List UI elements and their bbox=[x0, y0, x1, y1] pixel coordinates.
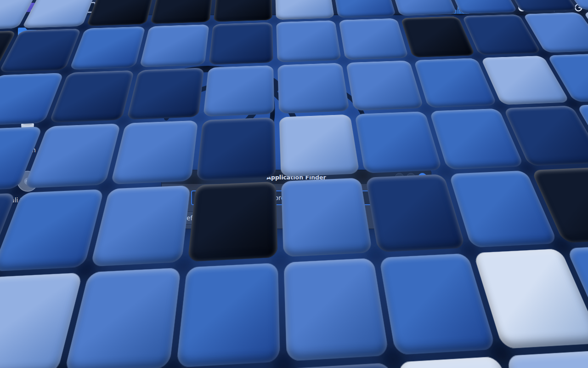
search-icon bbox=[170, 190, 185, 206]
desktop-icon-label: Floppy Disk bbox=[10, 245, 45, 252]
notifications-icon bbox=[504, 3, 512, 12]
launcher-app-window[interactable] bbox=[23, 0, 37, 14]
notifications-tray-button[interactable] bbox=[501, 0, 515, 14]
application-finder-window: Application Finder chromium --password-s… bbox=[162, 170, 431, 229]
desktop-icon-file-system[interactable]: File System bbox=[5, 74, 51, 106]
minimize-button[interactable] bbox=[395, 173, 404, 182]
panel-separator bbox=[172, 3, 172, 12]
workspace-2[interactable]: 2 bbox=[123, 0, 138, 15]
disc-icon bbox=[17, 170, 39, 192]
desktop-icon-label: Home bbox=[18, 50, 37, 57]
top-panel: $_ 1 2 3 4 bbox=[0, 0, 588, 15]
workspace-4[interactable]: 4 bbox=[153, 0, 169, 15]
trash-icon bbox=[17, 121, 38, 142]
history-dropdown-icon[interactable]: ↓ bbox=[415, 193, 421, 201]
clock[interactable]: 6:24 bbox=[531, 3, 547, 12]
desktop-icon-label: Kali Linux a... bbox=[7, 196, 49, 204]
workspace-4-label: 4 bbox=[159, 3, 164, 12]
desktop-icon-floppy-disk[interactable]: Floppy Disk bbox=[5, 219, 51, 252]
launcher-dropdown-button[interactable] bbox=[96, 6, 101, 9]
filesystem-drive-icon bbox=[17, 74, 38, 95]
kali-menu-icon bbox=[5, 2, 15, 12]
svg-text:$_: $_ bbox=[85, 3, 90, 7]
floppy-disk-icon bbox=[17, 219, 38, 241]
maximize-button[interactable] bbox=[407, 173, 415, 182]
launcher-firefox[interactable] bbox=[68, 0, 81, 14]
chevron-down-icon bbox=[96, 6, 101, 9]
close-button[interactable] bbox=[418, 173, 427, 182]
launch-label: Launch bbox=[399, 214, 421, 222]
folder-icon bbox=[39, 2, 51, 13]
search-query-text: chromium --password-store=basic www bbox=[197, 194, 325, 201]
logout-icon bbox=[574, 3, 583, 12]
desktop-icon-label: Trash bbox=[19, 146, 36, 154]
workspace-1-label: 1 bbox=[113, 3, 118, 12]
home-folder-icon bbox=[17, 25, 39, 46]
panel-separator bbox=[554, 3, 554, 12]
close-icon bbox=[420, 175, 424, 179]
appfinder-taskbar-button[interactable] bbox=[175, 0, 191, 15]
desktop-icon-kali-disc[interactable]: Kali Linux a... bbox=[5, 170, 51, 204]
app-finder-icon bbox=[178, 2, 189, 13]
kali-dragon-silhouette bbox=[106, 48, 390, 186]
firefox-icon bbox=[68, 1, 80, 13]
network-icon bbox=[476, 3, 485, 12]
cpu-graph[interactable] bbox=[410, 1, 469, 14]
lock-icon bbox=[560, 3, 569, 12]
launcher-text-editor[interactable] bbox=[53, 0, 67, 14]
launcher-file-manager[interactable] bbox=[38, 0, 52, 14]
desktop-icon-trash[interactable]: Trash bbox=[5, 121, 51, 154]
lock-screen-button[interactable] bbox=[558, 0, 571, 14]
gear-icon bbox=[171, 215, 178, 221]
workspace-3[interactable]: 3 bbox=[138, 0, 153, 15]
workspace-3-label: 3 bbox=[144, 3, 148, 12]
launch-button[interactable]: Launch bbox=[384, 212, 426, 224]
window-title: Application Finder bbox=[162, 174, 431, 181]
launch-gears-icon bbox=[389, 215, 396, 222]
launcher-terminal[interactable]: $_ bbox=[82, 0, 96, 14]
network-tray-button[interactable] bbox=[474, 0, 487, 14]
search-input[interactable]: chromium --password-store=basic www ↓ bbox=[191, 190, 426, 205]
workspace-2-label: 2 bbox=[129, 3, 133, 12]
preferences-button[interactable]: Preferences bbox=[166, 212, 222, 224]
panel-separator bbox=[19, 3, 20, 12]
terminal-icon: $_ bbox=[83, 2, 96, 13]
workspace-1[interactable]: 1 bbox=[108, 0, 123, 15]
power-manager-tray-button[interactable] bbox=[515, 0, 529, 14]
purple-app-icon bbox=[24, 1, 36, 13]
logout-button[interactable] bbox=[571, 0, 585, 14]
applications-menu-button[interactable] bbox=[3, 1, 16, 14]
mouse-cursor bbox=[292, 182, 301, 194]
document-edit-icon bbox=[54, 1, 65, 13]
text-caret bbox=[325, 194, 326, 202]
preferences-label: Preferences bbox=[181, 214, 217, 222]
volume-icon bbox=[490, 3, 499, 12]
desktop-icon-label: File System bbox=[10, 99, 45, 106]
desktop-icon-home[interactable]: Home bbox=[5, 25, 51, 57]
volume-tray-button[interactable] bbox=[487, 0, 501, 14]
panel-separator bbox=[104, 3, 105, 12]
power-manager-icon bbox=[518, 3, 526, 12]
